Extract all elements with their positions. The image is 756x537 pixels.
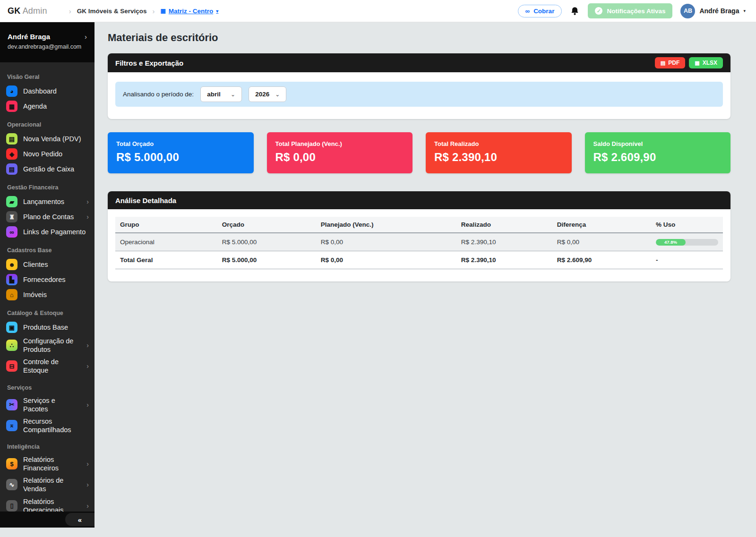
analysis-table: Grupo Orçado Planejado (Venc.) Realizado… [115,217,723,269]
truck-icon: ▙ [6,274,17,285]
sidebar-nav: Visão Geral ◕ Dashboard ▦ Agenda Operaci… [0,62,94,511]
item-label: Recursos Compartilhados [23,417,89,434]
month-select[interactable]: abril ⌄ [200,86,242,102]
sidebar-item-produtos-base[interactable]: ▣ Produtos Base [0,320,94,335]
stat-card-total-planejado: Total Planejado (Venc.) R$ 0,00 [267,132,413,173]
sidebar-item-gestao-de-caixa[interactable]: ▤ Gestão de Caixa [0,162,94,177]
sidebar-item-fornecedores[interactable]: ▙ Fornecedores [0,272,94,287]
stat-card-total-orcado: Total Orçado R$ 5.000,00 [108,132,254,173]
scissors-icon: ✂ [6,399,17,410]
sidebar-item-configuracao-de-produtos[interactable]: ∴ Configuração de Produtos › [0,335,94,356]
item-label: Serviços e Pacotes [23,396,81,413]
export-pdf-button[interactable]: ▤ PDF [655,57,685,68]
breadcrumb-company: GK Imóveis & Serviços [77,8,147,15]
sidebar-item-lancamentos[interactable]: ▰ Lançamentos › [0,194,94,209]
sidebar-item-relatorios-operacionais[interactable]: ▯ Relatórios Operacionais › [0,495,94,512]
cell-uso: 47.8% [651,233,723,251]
period-filter-bar: Analisando o período de: abril ⌄ 2026 ⌄ [115,82,723,107]
cobrar-label: Cobrar [533,8,554,15]
chevron-right-icon: › [69,7,71,15]
chevron-down-icon: ⌄ [275,91,280,98]
chevron-right-icon: › [86,481,89,488]
page-title: Materiais de escritório [108,32,730,44]
home-icon: ⌂ [6,289,17,300]
cobrar-button[interactable]: ∞ Cobrar [518,5,562,17]
section-label-visao-geral: Visão Geral [0,66,94,84]
sidebar-item-controle-de-estoque[interactable]: ⊟ Controle de Estoque › [0,356,94,376]
cash-register-icon: ▤ [6,163,17,175]
sidebar-item-nova-venda-pdv[interactable]: ▤ Nova Venda (PDV) [0,131,94,146]
caret-down-icon: ▾ [216,9,218,14]
export-xlsx-button[interactable]: ▦ XLSX [689,57,723,68]
sidebar-item-relatorios-financeiros[interactable]: $ Relatórios Financeiros › [0,453,94,474]
col-grupo: Grupo [115,217,217,233]
user-menu[interactable]: AB André Braga ▾ [680,4,746,18]
chart-line-icon: ∿ [6,479,17,490]
bank-icon: ♜ [6,211,17,222]
item-label: Configuração de Produtos [23,337,81,354]
section-label-gestao-financeira: Gestão Financeira [0,177,94,194]
chevron-right-icon: › [86,502,89,510]
item-label: Dashboard [23,87,89,95]
bell-icon[interactable] [570,6,580,16]
breadcrumb: › GK Imóveis & Serviços › ▦ Matriz - Cen… [69,7,219,15]
branch-name: Matriz - Centro [169,8,214,15]
sidebar-item-plano-de-contas[interactable]: ♜ Plano de Contas › [0,209,94,224]
sidebar-item-novo-pedido[interactable]: ◈ Novo Pedido [0,146,94,162]
cell-realizado: R$ 2.390,10 [456,233,552,251]
item-label: Clientes [23,260,89,269]
analysis-card: Análise Detalhada Grupo Orçado Planejado… [108,191,730,281]
item-label: Fornecedores [23,275,89,284]
sidebar-item-dashboard[interactable]: ◕ Dashboard [0,84,94,99]
users-icon: ☻ [6,259,17,270]
link-icon: ∞ [6,226,17,238]
clipboard-icon: ▯ [6,500,17,511]
calendar-icon: ▦ [6,101,17,112]
item-label: Plano de Contas [23,213,81,221]
chevron-right-icon: › [85,33,87,41]
table-row-operacional: Operacional R$ 5.000,00 R$ 0,00 R$ 2.390… [115,233,723,251]
sidebar-item-links-de-pagamento[interactable]: ∞ Links de Pagamento [0,224,94,239]
chevron-right-icon: › [86,362,89,370]
cell-planejado: R$ 0,00 [316,233,456,251]
chevron-right-icon: › [152,7,155,15]
avatar: AB [680,4,695,18]
cell-grupo: Operacional [115,233,217,251]
col-uso: % Uso [651,217,723,233]
col-realizado: Realizado [456,217,552,233]
section-label-servicos: Serviços [0,377,94,394]
stat-label: Saldo Disponível [593,140,722,147]
cell-planejado: R$ 0,00 [316,251,456,269]
sidebar: André Braga › dev.andrebraga@gmail.com V… [0,22,94,528]
building-icon: ▦ [160,8,165,14]
brand-light: Admin [23,6,47,16]
pdf-label: PDF [668,60,679,66]
notifications-label: Notificações Ativas [607,8,665,15]
col-planejado: Planejado (Venc.) [316,217,456,233]
branch-selector[interactable]: ▦ Matriz - Centro ▾ [160,8,218,15]
item-label: Relatórios Financeiros [23,455,81,472]
sidebar-item-imoveis[interactable]: ⌂ Imóveis [0,287,94,302]
stat-label: Total Realizado [434,140,563,147]
sidebar-user-email: dev.andrebraga@gmail.com [8,43,87,50]
item-label: Imóveis [23,290,89,299]
sidebar-item-servicos-e-pacotes[interactable]: ✂ Serviços e Pacotes › [0,394,94,415]
sidebar-user-card[interactable]: André Braga › dev.andrebraga@gmail.com [0,22,94,62]
sidebar-item-agenda[interactable]: ▦ Agenda [0,99,94,114]
year-value: 2026 [255,91,269,98]
sidebar-item-clientes[interactable]: ☻ Clientes [0,257,94,272]
year-select[interactable]: 2026 ⌄ [249,86,286,102]
usage-progress-fill: 47.8% [656,239,686,246]
notifications-active-button[interactable]: ✓ Notificações Ativas [588,3,672,18]
analysis-card-title: Análise Detalhada [115,196,176,205]
collapse-sidebar-button[interactable]: « [65,513,94,526]
link-icon: ∞ [525,8,530,15]
filters-card-title: Filtros e Exportação [115,59,183,67]
main-content: Materiais de escritório Filtros e Export… [94,22,756,310]
stat-card-total-realizado: Total Realizado R$ 2.390,10 [426,132,572,173]
sidebar-item-recursos-compartilhados[interactable]: ⌅ Recursos Compartilhados [0,415,94,436]
item-label: Lançamentos [23,197,81,206]
chevron-right-icon: › [86,198,89,205]
sidebar-item-relatorios-de-vendas[interactable]: ∿ Relatórios de Vendas › [0,474,94,495]
cell-uso: - [651,251,723,269]
